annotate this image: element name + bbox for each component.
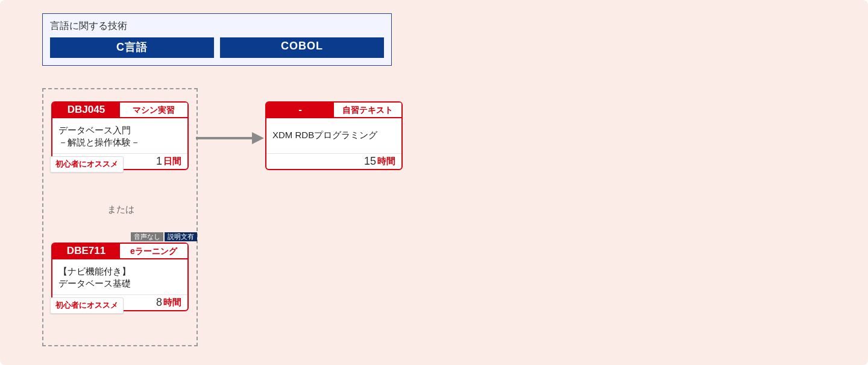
course-title: 【ナビ機能付き】 データベース基礎	[52, 259, 187, 294]
course-type: eラーニング	[120, 244, 187, 259]
course-title: データベース入門 －解説と操作体験－	[52, 118, 187, 153]
tech-header-title: 言語に関する技術	[50, 20, 384, 33]
pretag-row: 音声なし 説明文有	[131, 232, 197, 241]
duration-unit: 時間	[163, 297, 181, 308]
course-title-line1: データベース入門	[58, 125, 131, 135]
course-title-line1: XDM RDBプログラミング	[272, 130, 377, 140]
course-card-dbe711[interactable]: DBE711 eラーニング 【ナビ機能付き】 データベース基礎 8 時間 初心者…	[51, 243, 189, 311]
duration-unit: 日間	[163, 156, 181, 167]
course-card-dbj045[interactable]: DBJ045 マシン実習 データベース入門 －解説と操作体験－ 1 日間 初心者…	[51, 101, 189, 170]
or-label: または	[96, 204, 145, 215]
diagram-canvas: 言語に関する技術 C言語 COBOL DBJ045 マシン実習 データベース入門…	[0, 0, 868, 365]
tech-header-box: 言語に関する技術 C言語 COBOL	[42, 13, 392, 66]
svg-marker-1	[252, 132, 264, 144]
pretag-has-text: 説明文有	[165, 232, 197, 241]
card-header: DBJ045 マシン実習	[52, 103, 187, 118]
course-duration: 15 時間	[266, 153, 401, 169]
course-title-line1: 【ナビ機能付き】	[58, 266, 131, 276]
recommend-badge: 初心者にオススメ	[50, 156, 124, 173]
duration-number: 1	[156, 156, 162, 167]
tech-buttons-row: C言語 COBOL	[50, 37, 384, 58]
arrow-icon	[193, 129, 265, 147]
card-header: - 自習テキスト	[266, 103, 401, 118]
tech-button-cobol[interactable]: COBOL	[220, 37, 384, 58]
pretag-no-audio: 音声なし	[131, 232, 163, 241]
course-code: DBJ045	[52, 103, 120, 118]
duration-number: 8	[156, 297, 162, 308]
card-header: DBE711 eラーニング	[52, 244, 187, 259]
course-type: マシン実習	[120, 103, 187, 118]
duration-unit: 時間	[377, 156, 395, 167]
course-code: -	[266, 103, 334, 118]
course-title: XDM RDBプログラミング	[266, 118, 401, 153]
course-type: 自習テキスト	[334, 103, 401, 118]
tech-button-c[interactable]: C言語	[50, 37, 214, 58]
recommend-badge: 初心者にオススメ	[50, 297, 124, 314]
course-title-line2: －解説と操作体験－	[58, 137, 140, 147]
duration-number: 15	[364, 156, 376, 167]
course-card-xdm[interactable]: - 自習テキスト XDM RDBプログラミング 15 時間	[265, 101, 403, 170]
course-code: DBE711	[52, 244, 120, 259]
course-title-line2: データベース基礎	[58, 278, 131, 288]
